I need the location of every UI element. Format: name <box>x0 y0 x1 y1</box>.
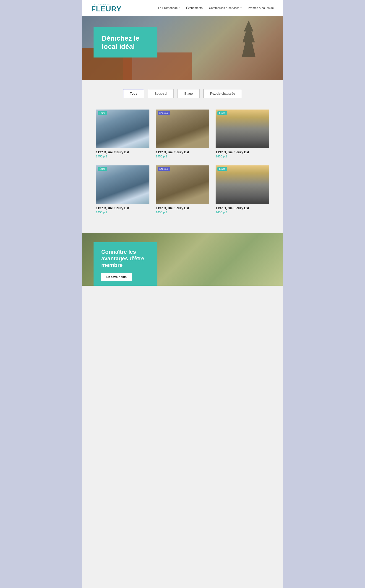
listing-photo-glass-2 <box>96 165 149 204</box>
listing-photo-skyline-2 <box>216 165 269 204</box>
listing-card-3[interactable]: Étage 1137 B, rue Fleury Est 1450 pi2 <box>216 110 269 159</box>
listing-tag-1: Étage <box>98 111 107 115</box>
member-learn-more-button[interactable]: En savoir plus <box>101 273 132 281</box>
listing-size-5: 1450 pi2 <box>156 210 210 214</box>
listing-address-4: 1137 B, rue Fleury Est <box>96 206 149 210</box>
listing-photo-brick-2 <box>156 165 210 204</box>
listing-address-6: 1137 B, rue Fleury Est <box>216 206 269 210</box>
nav-item-evenements[interactable]: Événements <box>186 6 203 10</box>
listing-info-1: 1137 B, rue Fleury Est 1450 pi2 <box>96 148 149 159</box>
nav-item-promos[interactable]: Promos & coups de <box>248 6 274 10</box>
navbar-nav: La Promenade ▾ Événements Commerces & se… <box>158 6 274 10</box>
listing-info-5: 1137 B, rue Fleury Est 1450 pi2 <box>156 204 210 215</box>
filter-rez-de-chaussee-button[interactable]: Rez-de-chaussée <box>203 89 242 98</box>
listing-size-3: 1450 pi2 <box>216 155 269 158</box>
page-wrapper: PROMENADE FLEURY La Promenade ▾ Événemen… <box>82 0 283 588</box>
listing-image-4: Étage <box>96 165 149 204</box>
nav-label-commerces: Commerces & services <box>209 6 239 10</box>
footer-area <box>82 286 283 304</box>
member-banner: Connaître les avantages d'être membre En… <box>82 233 283 286</box>
listing-tag-4: Étage <box>98 167 107 171</box>
hero-title: Dénichez le local idéal <box>102 34 149 51</box>
listing-card-4[interactable]: Étage 1137 B, rue Fleury Est 1450 pi2 <box>96 165 149 215</box>
listing-address-2: 1137 B, rue Fleury Est <box>156 150 210 154</box>
listing-tag-6: Étage <box>218 167 227 171</box>
member-text-box: Connaître les avantages d'être membre En… <box>93 242 157 286</box>
member-title: Connaître les avantages d'être membre <box>101 249 150 268</box>
chevron-down-icon: ▾ <box>179 7 180 9</box>
chevron-down-icon-2: ▾ <box>240 7 242 9</box>
listing-image-5: Sous-sol <box>156 165 210 204</box>
listing-address-5: 1137 B, rue Fleury Est <box>156 206 210 210</box>
listing-address-3: 1137 B, rue Fleury Est <box>216 150 269 154</box>
logo-fleury-label: FLEURY <box>91 5 122 13</box>
listing-card-1[interactable]: Étage 1137 B, rue Fleury Est 1450 pi2 <box>96 110 149 159</box>
nav-label-promos: Promos & coups de <box>248 6 274 10</box>
listings-section: Étage 1137 B, rue Fleury Est 1450 pi2 So… <box>82 107 283 229</box>
filter-etage-button[interactable]: Étage <box>177 89 200 98</box>
filter-section: Tous Sous-sol Étage Rez-de-chaussée <box>82 80 283 107</box>
listing-card-5[interactable]: Sous-sol 1137 B, rue Fleury Est 1450 pi2 <box>156 165 210 215</box>
listing-tag-2: Sous-sol <box>158 111 170 115</box>
listing-image-6: Étage <box>216 165 269 204</box>
listing-image-2: Sous-sol <box>156 110 210 148</box>
listing-tag-5: Sous-sol <box>158 167 170 171</box>
listings-grid: Étage 1137 B, rue Fleury Est 1450 pi2 So… <box>96 110 269 215</box>
listing-size-1: 1450 pi2 <box>96 155 149 158</box>
listing-address-1: 1137 B, rue Fleury Est <box>96 150 149 154</box>
listing-image-3: Étage <box>216 110 269 148</box>
listing-photo-brick-1 <box>156 110 210 148</box>
navbar: PROMENADE FLEURY La Promenade ▾ Événemen… <box>82 0 283 16</box>
listing-size-2: 1450 pi2 <box>156 155 210 158</box>
listing-card-6[interactable]: Étage 1137 B, rue Fleury Est 1450 pi2 <box>216 165 269 215</box>
filter-sous-sol-button[interactable]: Sous-sol <box>148 89 174 98</box>
listing-size-6: 1450 pi2 <box>216 210 269 214</box>
listing-info-2: 1137 B, rue Fleury Est 1450 pi2 <box>156 148 210 159</box>
listing-card-2[interactable]: Sous-sol 1137 B, rue Fleury Est 1450 pi2 <box>156 110 210 159</box>
listing-photo-glass-1 <box>96 110 149 148</box>
listing-photo-skyline-1 <box>216 110 269 148</box>
nav-item-commerces[interactable]: Commerces & services ▾ <box>209 6 242 10</box>
listing-info-6: 1137 B, rue Fleury Est 1450 pi2 <box>216 204 269 215</box>
logo[interactable]: PROMENADE FLEURY <box>91 3 122 13</box>
listing-size-4: 1450 pi2 <box>96 210 149 214</box>
hero-banner: Dénichez le local idéal <box>82 16 283 80</box>
listing-tag-3: Étage <box>218 111 227 115</box>
hero-text-box: Dénichez le local idéal <box>93 27 157 57</box>
listing-image-1: Étage <box>96 110 149 148</box>
listing-info-3: 1137 B, rue Fleury Est 1450 pi2 <box>216 148 269 159</box>
listing-info-4: 1137 B, rue Fleury Est 1450 pi2 <box>96 204 149 215</box>
nav-label-la-promenade: La Promenade <box>158 6 177 10</box>
filter-tous-button[interactable]: Tous <box>123 89 144 98</box>
nav-item-la-promenade[interactable]: La Promenade ▾ <box>158 6 180 10</box>
nav-label-evenements: Événements <box>186 6 203 10</box>
